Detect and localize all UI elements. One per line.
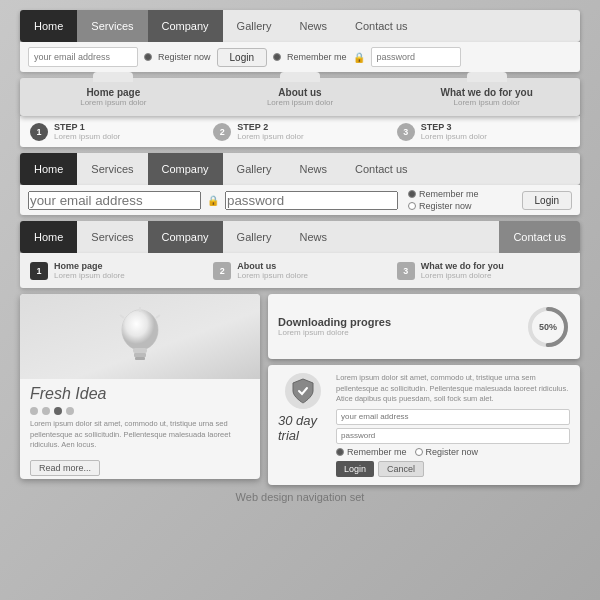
step-title-3: STEP 3	[421, 122, 487, 132]
step-title-2: STEP 2	[237, 122, 303, 132]
svg-line-6	[120, 315, 124, 318]
nav-item-gallery-3[interactable]: Gallery	[223, 221, 286, 253]
step-sub-1: Lorem ipsum dolor	[54, 132, 120, 141]
tab2-about[interactable]: 2 About us Lorem ipsum dolore	[213, 261, 386, 280]
shield-icon	[285, 373, 321, 409]
trial-email-input[interactable]	[336, 409, 570, 425]
nav-section-1: Home Services Company Gallery News Conta…	[20, 10, 580, 72]
dot-1[interactable]	[30, 407, 38, 415]
dot-3[interactable]	[54, 407, 62, 415]
nav-item-news-2[interactable]: News	[285, 153, 341, 185]
tab2-whatwedo[interactable]: 3 What we do for you Lorem ipsum dolore	[397, 261, 570, 280]
trial-register: Register now	[415, 447, 479, 457]
shield-svg	[292, 378, 314, 404]
download-sub: Lorem ipsum dolore	[278, 328, 526, 337]
tab2-home[interactable]: 1 Home page Lorem ipsum dolore	[30, 261, 203, 280]
navbar-1: Home Services Company Gallery News Conta…	[20, 10, 580, 42]
trial-title: 30 day trial	[278, 413, 328, 443]
tabs-bar-1: Home page Lorem ipsum dolor About us Lor…	[20, 78, 580, 116]
pass-input-2[interactable]	[225, 191, 398, 210]
download-card: Downloading progres Lorem ipsum dolore 5…	[268, 294, 580, 359]
nav-item-contact-3[interactable]: Contact us	[499, 221, 580, 253]
radio-r2[interactable]	[408, 190, 416, 198]
tab2-title-1: Home page	[54, 261, 125, 271]
nav-item-news-1[interactable]: News	[285, 10, 341, 42]
register-label-2: Register now	[408, 201, 479, 211]
nav-item-contact-1[interactable]: Contact us	[341, 10, 422, 42]
download-info: Downloading progres Lorem ipsum dolore	[278, 316, 526, 337]
fresh-text: Lorem ipsum dolor sit amet, commodo ut, …	[30, 419, 250, 451]
nav-item-home-3[interactable]: Home	[20, 221, 77, 253]
right-column: Downloading progres Lorem ipsum dolore 5…	[268, 294, 580, 485]
tab2-title-2: About us	[237, 261, 308, 271]
register-label-1: Register now	[158, 52, 211, 62]
nav-item-company-2[interactable]: Company	[148, 153, 223, 185]
radio-trial-r[interactable]	[336, 448, 344, 456]
tab2-sub-2: Lorem ipsum dolore	[237, 271, 308, 280]
bulb-area	[20, 294, 260, 379]
tabs2-bar: 1 Home page Lorem ipsum dolore 2 About u…	[20, 253, 580, 288]
nav-item-company-1[interactable]: Company	[148, 10, 223, 42]
tab-homepage-1[interactable]: Home page Lorem ipsum dolor	[20, 78, 207, 116]
step-sub-3: Lorem ipsum dolor	[421, 132, 487, 141]
step-2: 2 STEP 2 Lorem ipsum dolor	[213, 122, 386, 141]
radio-register-1[interactable]	[144, 53, 152, 61]
nav-item-company-3[interactable]: Company	[148, 221, 223, 253]
lock-icon-1: 🔒	[353, 52, 365, 63]
step-num-1: 1	[30, 123, 48, 141]
step-3: 3 STEP 3 Lorem ipsum dolor	[397, 122, 570, 141]
svg-rect-2	[133, 348, 147, 353]
radio-reg2[interactable]	[408, 202, 416, 210]
radio-trial-reg[interactable]	[415, 448, 423, 456]
tab-about-title-1: About us	[278, 87, 321, 98]
remember-label-1: Remember me	[287, 52, 347, 62]
tab-whatwedo-sub-1: Lorem ipsum dolor	[454, 98, 520, 107]
footer-label: Web design navigation set	[236, 491, 365, 503]
trial-pass-input[interactable]	[336, 428, 570, 444]
step-sub-2: Lorem ipsum dolor	[237, 132, 303, 141]
steps-bar-1: 1 STEP 1 Lorem ipsum dolor 2 STEP 2 Lore…	[20, 116, 580, 147]
dot-4[interactable]	[66, 407, 74, 415]
trial-text: Lorem ipsum dolor sit amet, commodo ut, …	[336, 373, 570, 405]
tab2-sub-3: Lorem ipsum dolore	[421, 271, 504, 280]
fresh-content: Fresh Idea Lorem ipsum dolor sit amet, c…	[20, 379, 260, 479]
nav-item-gallery-2[interactable]: Gallery	[223, 153, 286, 185]
navbar-3: Home Services Company Gallery News Conta…	[20, 221, 580, 253]
tab2-title-3: What we do for you	[421, 261, 504, 271]
nav-item-news-3[interactable]: News	[285, 221, 341, 253]
navbar-2: Home Services Company Gallery News Conta…	[20, 153, 580, 185]
nav-item-gallery-1[interactable]: Gallery	[223, 10, 286, 42]
trial-login-button[interactable]: Login	[336, 461, 374, 477]
step-1: 1 STEP 1 Lorem ipsum dolor	[30, 122, 203, 141]
radio-remember-1[interactable]	[273, 53, 281, 61]
dot-2[interactable]	[42, 407, 50, 415]
nav-item-services-1[interactable]: Services	[77, 10, 147, 42]
remember-label-2: Remember me	[408, 189, 479, 199]
nav-item-services-2[interactable]: Services	[77, 153, 147, 185]
nav-item-contact-2[interactable]: Contact us	[341, 153, 422, 185]
nav-item-home-1[interactable]: Home	[20, 10, 77, 42]
tab-about-1[interactable]: About us Lorem ipsum dolor	[207, 78, 394, 116]
tab2-num-3: 3	[397, 262, 415, 280]
nav-item-services-3[interactable]: Services	[77, 221, 147, 253]
email-input-1[interactable]	[28, 47, 138, 67]
step-num-3: 3	[397, 123, 415, 141]
tab-whatwedo-1[interactable]: What we do for you Lorem ipsum dolor	[393, 78, 580, 116]
svg-rect-4	[135, 357, 145, 360]
tab-homepage-sub-1: Lorem ipsum dolor	[80, 98, 146, 107]
email-input-2[interactable]	[28, 191, 201, 210]
trial-cancel-button[interactable]: Cancel	[378, 461, 424, 477]
svg-point-1	[122, 310, 158, 350]
nav-section-2: Home Services Company Gallery News Conta…	[20, 153, 580, 215]
tab2-num-1: 1	[30, 262, 48, 280]
trial-remember: Remember me	[336, 447, 407, 457]
bottom-row: Fresh Idea Lorem ipsum dolor sit amet, c…	[20, 294, 580, 485]
read-more-button[interactable]: Read more...	[30, 460, 100, 476]
fresh-title: Fresh Idea	[30, 385, 250, 403]
pass-input-1[interactable]	[371, 47, 461, 67]
login-button-1[interactable]: Login	[217, 48, 267, 67]
nav-item-home-2[interactable]: Home	[20, 153, 77, 185]
tab2-num-2: 2	[213, 262, 231, 280]
tab-whatwedo-title-1: What we do for you	[441, 87, 533, 98]
login-button-2[interactable]: Login	[522, 191, 572, 210]
